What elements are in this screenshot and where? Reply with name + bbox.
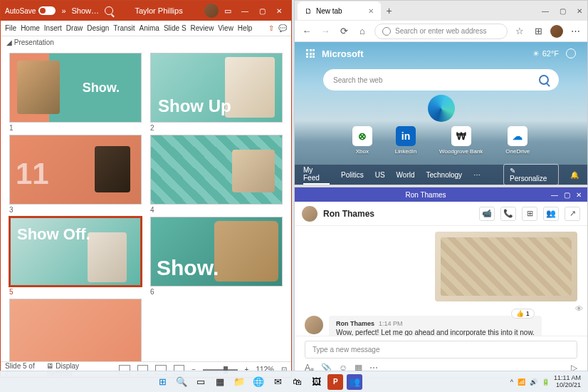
feed-tab-more[interactable]: ⋯: [473, 170, 481, 180]
slide-2[interactable]: Show Up: [150, 53, 283, 123]
menu-help[interactable]: Help: [238, 24, 253, 32]
chevron-more[interactable]: »: [61, 6, 65, 15]
slide-1[interactable]: Show.: [9, 53, 142, 123]
personalize-button[interactable]: ✎ Personalize: [503, 164, 559, 185]
minimize-button[interactable]: ―: [551, 191, 558, 199]
home-button[interactable]: ⌂: [356, 25, 369, 38]
powerpoint-taskbar-icon[interactable]: P: [327, 374, 343, 390]
mail-icon[interactable]: ✉: [270, 374, 285, 390]
search-submit-icon[interactable]: [539, 75, 549, 85]
close-button[interactable]: ✕: [271, 4, 287, 18]
widgets-icon[interactable]: ▦: [212, 374, 228, 390]
feed-tab-myfeed[interactable]: My Feed: [303, 165, 330, 185]
tile-xbox[interactable]: ⊗Xbox: [352, 126, 372, 155]
maximize-button[interactable]: ▢: [254, 4, 270, 18]
slide-num: 6: [150, 288, 283, 296]
tile-woodgrove[interactable]: ₩Woodgrove Bank: [439, 126, 483, 155]
menu-file[interactable]: File: [5, 24, 16, 32]
menu-view[interactable]: View: [218, 24, 233, 32]
seen-icon: 👁: [575, 304, 583, 313]
app-launcher-icon[interactable]: [306, 49, 315, 58]
volume-icon[interactable]: 🔊: [530, 378, 537, 386]
window-controls: ― ▢ ✕: [237, 4, 287, 18]
menu-draw[interactable]: Draw: [66, 24, 83, 32]
slide-6[interactable]: Show.: [150, 217, 283, 287]
tile-onedrive[interactable]: ☁OneDrive: [505, 126, 530, 155]
browser-tab[interactable]: 🗋 New tab ✕: [298, 1, 381, 20]
share-icon[interactable]: ⇧: [268, 24, 274, 32]
teams-taskbar-icon[interactable]: 👥: [347, 374, 362, 390]
menu-design[interactable]: Design: [87, 24, 109, 32]
menu-slideshow[interactable]: Slide S: [164, 24, 187, 32]
menu-home[interactable]: Home: [21, 24, 40, 32]
slide-sorter[interactable]: Show.1 Show Up2 113 4 Show Off.5 Show.6 …: [1, 48, 291, 361]
image-message[interactable]: [435, 232, 577, 301]
contact-avatar[interactable]: [302, 206, 317, 222]
forward-button[interactable]: →: [319, 25, 332, 38]
minimize-button[interactable]: ―: [537, 4, 553, 18]
weather-widget[interactable]: ☀ 62°F: [532, 49, 559, 58]
compose-input[interactable]: Type a new message: [305, 341, 577, 359]
toggle-switch[interactable]: [38, 6, 56, 15]
msg-bubble[interactable]: 👍 1 Ron Thames1:14 PM Wow, perfect! Let …: [329, 316, 542, 336]
edge-window: 🗋 New tab ✕ + ― ▢ ✕ ← → ⟳ ⌂ Search or en…: [294, 0, 588, 185]
slide-3[interactable]: 11: [9, 135, 142, 205]
battery-icon[interactable]: 🔋: [542, 378, 550, 386]
maximize-button[interactable]: ▢: [555, 4, 570, 18]
taskview-icon[interactable]: ▭: [193, 374, 209, 390]
search-icon: [382, 27, 391, 36]
favorites-icon[interactable]: ☆: [513, 25, 526, 38]
tab-close-icon[interactable]: ✕: [368, 7, 374, 15]
feed-tab-politics[interactable]: Politics: [341, 170, 364, 180]
slide-5[interactable]: Show Off.: [9, 217, 142, 287]
slide-4[interactable]: [150, 135, 283, 205]
share-screen-button[interactable]: ⊞: [522, 207, 537, 221]
search-icon[interactable]: [105, 6, 113, 15]
feed-tab-world[interactable]: World: [397, 170, 415, 180]
tile-linkedin[interactable]: inLinkedIn: [395, 126, 416, 155]
feed-tab-tech[interactable]: Technology: [426, 170, 463, 180]
menu-animations[interactable]: Anima: [140, 24, 159, 32]
doc-name[interactable]: Show…: [72, 6, 100, 15]
more-icon[interactable]: ⋯: [569, 25, 582, 38]
slide-7[interactable]: [9, 299, 142, 361]
store-icon[interactable]: 🛍: [289, 374, 305, 390]
address-bar[interactable]: Search or enter web address: [374, 24, 508, 39]
popout-button[interactable]: ↗: [565, 207, 580, 221]
settings-icon[interactable]: [566, 48, 576, 58]
edge-taskbar-icon[interactable]: 🌐: [251, 374, 266, 390]
refresh-button[interactable]: ⟳: [337, 25, 350, 38]
tray-chevron[interactable]: ^: [510, 378, 513, 386]
clock[interactable]: 11:11 AM 10/20/21: [554, 375, 581, 389]
search-web-input[interactable]: Search the web: [323, 69, 559, 91]
start-button[interactable]: ⊞: [154, 374, 170, 390]
chat-body[interactable]: 👁 👍 1 Ron Thames1:14 PM Wow, perfect! Le…: [295, 226, 587, 336]
photos-icon[interactable]: 🖼: [308, 374, 324, 390]
back-button[interactable]: ←: [300, 25, 313, 38]
menu-transitions[interactable]: Transit: [113, 24, 135, 32]
explorer-icon[interactable]: 📁: [231, 374, 247, 390]
minimize-button[interactable]: ―: [237, 4, 253, 18]
onedrive-icon: ☁: [508, 126, 527, 146]
close-button[interactable]: ✕: [572, 4, 587, 18]
bell-icon[interactable]: 🔔: [570, 171, 579, 179]
menu-review[interactable]: Review: [191, 24, 214, 32]
autosave-toggle[interactable]: AutoSave: [5, 6, 56, 15]
user-avatar[interactable]: [204, 4, 219, 18]
comments-icon[interactable]: 💬: [278, 24, 287, 32]
maximize-button[interactable]: ▢: [564, 191, 570, 199]
menu-insert[interactable]: Insert: [44, 24, 62, 32]
teams-window: Ron Thames ― ▢ ✕ Ron Thames 📹 📞 ⊞ 👥 ↗ 👁 …: [294, 187, 588, 378]
reaction-badge[interactable]: 👍 1: [511, 309, 535, 319]
profile-avatar[interactable]: [550, 25, 563, 38]
add-people-button[interactable]: 👥: [543, 207, 559, 221]
search-taskbar-icon[interactable]: 🔍: [174, 374, 189, 390]
new-tab-button[interactable]: +: [381, 5, 398, 16]
video-call-button[interactable]: 📹: [479, 207, 495, 221]
ribbon-mode-icon[interactable]: ▭: [224, 6, 231, 16]
audio-call-button[interactable]: 📞: [500, 207, 516, 221]
wifi-icon[interactable]: 📶: [518, 378, 525, 386]
close-button[interactable]: ✕: [576, 191, 582, 199]
collections-icon[interactable]: ⊞: [532, 25, 545, 38]
feed-tab-us[interactable]: US: [375, 170, 385, 180]
